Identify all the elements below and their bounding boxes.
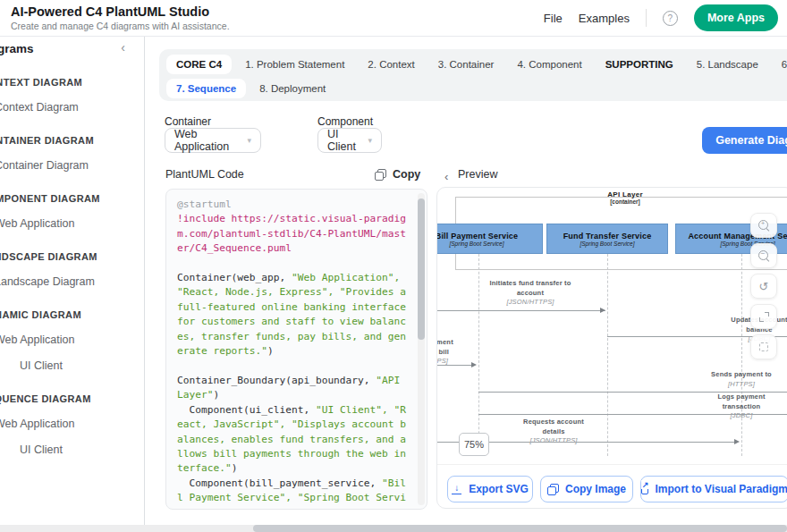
expand-button[interactable]: [750, 304, 777, 329]
lifeline: [607, 254, 608, 456]
code-scrollbar-thumb[interactable]: [418, 198, 425, 340]
header-menu: File Examples ? More Apps: [544, 0, 778, 36]
sidebar-section-dynamic: DYNAMIC DIAGRAM: [0, 309, 145, 320]
export-svg-label: Export SVG: [469, 483, 529, 495]
component-select[interactable]: UI Client ▾: [317, 128, 382, 153]
arrowhead-icon: [600, 308, 605, 313]
tab-component[interactable]: 4. Component: [507, 55, 591, 74]
zoom-level-badge: 75%: [459, 433, 489, 456]
plantuml-code-text: @startuml !include https://static.visual…: [177, 198, 406, 510]
message-line: [478, 414, 787, 415]
zoom-out-icon: −: [758, 250, 770, 262]
message-tech: [HTTPS]: [728, 380, 755, 388]
sidebar-item-sequence-ui-client[interactable]: UI Client: [0, 443, 145, 456]
sidebar-item-context-diagram[interactable]: Context Diagram: [0, 101, 145, 114]
copy-code-button[interactable]: Copy: [375, 168, 420, 181]
container-select[interactable]: Web Application ▾: [165, 128, 261, 153]
menu-file[interactable]: File: [544, 12, 563, 25]
reset-icon: ↺: [759, 280, 769, 293]
sidebar-item-sequence-webapp[interactable]: Web Application: [0, 418, 145, 430]
preview-card: API Layer [container] Bill Payment Servi…: [436, 187, 787, 509]
message-initiates-payment: Initiates payment request for bill [JSON…: [437, 338, 467, 367]
sidebar-item-landscape-diagram[interactable]: Landscape Diagram: [0, 275, 145, 288]
plantuml-code-editor[interactable]: @startuml !include https://static.visual…: [165, 189, 427, 510]
copy-icon: [375, 169, 385, 180]
sidebar-item-dynamic-webapp[interactable]: Web Application: [0, 334, 145, 346]
zoom-in-icon: +: [758, 220, 770, 232]
app-header: AI-Powered C4 PlantUML Studio Create and…: [0, 0, 787, 37]
generate-diagram-button[interactable]: Generate Diagram: [702, 127, 787, 154]
import-label: Import to Visual Paradigm: [656, 483, 787, 495]
message-line: [437, 310, 605, 311]
message-logs-payment-transaction: Logs payment transaction [JDBC]: [706, 393, 777, 421]
tab-problem-statement[interactable]: 1. Problem Statement: [235, 55, 354, 74]
arrowhead-icon: [734, 439, 740, 444]
copy-code-label: Copy: [393, 168, 420, 181]
message-label: Requests account details: [523, 418, 584, 435]
sequence-diagram-canvas[interactable]: API Layer [container] Bill Payment Servi…: [437, 188, 787, 465]
participant-tech: [Spring Boot Service]: [580, 241, 634, 247]
message-tech: [JSON/HTTPS]: [529, 436, 577, 444]
lifeline: [741, 254, 742, 456]
tab-sequence[interactable]: 7. Sequence: [166, 79, 246, 98]
message-sends-payment: Sends payment to [HTTPS]: [688, 370, 787, 389]
collapse-code-icon[interactable]: ‹: [444, 170, 448, 183]
message-line: [437, 365, 473, 366]
participant-fund-transfer-service: Fund Transfer Service [Spring Boot Servi…: [546, 224, 668, 254]
participant-name: Bill Payment Service: [437, 232, 518, 241]
sidebar-item-container-diagram[interactable]: Container Diagram: [0, 159, 145, 172]
app-title: AI-Powered C4 PlantUML Studio: [11, 4, 209, 19]
tab-deployment[interactable]: 8. Deployment: [250, 79, 335, 98]
sidebar-section-component: COMPONENT DIAGRAM: [0, 193, 145, 204]
code-panel-title: PlantUML Code: [165, 168, 244, 181]
tab-dynamic[interactable]: 6. Dynamic: [772, 55, 787, 74]
sidebar-section-context: CONTEXT DIAGRAM: [0, 77, 145, 88]
sidebar: ‹ Diagrams CONTEXT DIAGRAM Context Diagr…: [0, 37, 145, 525]
message-tech: [JSON/HTTPS]: [506, 298, 554, 306]
zoom-out-button[interactable]: −: [750, 243, 777, 268]
preview-panel-title: Preview: [458, 168, 497, 181]
tab-group-supporting: SUPPORTING: [596, 55, 683, 74]
sidebar-content: Diagrams CONTEXT DIAGRAM Context Diagram…: [0, 37, 145, 456]
tab-row-2: 7. Sequence 8. Deployment: [166, 78, 787, 99]
fit-view-button[interactable]: [750, 334, 777, 359]
import-to-visual-paradigm-button[interactable]: ↗ Import to Visual Paradigm: [640, 476, 787, 502]
message-tech: [JDBC]: [731, 411, 753, 419]
horizontal-scrollbar-track[interactable]: [0, 525, 787, 532]
chevron-down-icon: ▾: [247, 136, 251, 145]
fit-view-icon: [759, 342, 768, 351]
component-field-label: Component: [317, 115, 373, 128]
participant-tech: [Spring Boot Service]: [449, 241, 504, 247]
more-apps-button[interactable]: More Apps: [694, 4, 778, 31]
sidebar-section-container: CONTAINER DIAGRAM: [0, 135, 145, 146]
horizontal-scrollbar-thumb[interactable]: [253, 525, 787, 532]
tab-container[interactable]: 3. Container: [428, 55, 504, 74]
copy-image-button[interactable]: Copy Image: [540, 476, 633, 502]
main-content: CORE C4 1. Problem Statement 2. Context …: [146, 37, 787, 525]
sidebar-item-component-webapp[interactable]: Web Application: [0, 217, 145, 230]
component-select-value: UI Client: [327, 128, 360, 153]
chevron-down-icon: ▾: [368, 136, 372, 145]
download-icon: ↓: [452, 484, 461, 494]
help-icon[interactable]: ?: [663, 11, 678, 26]
message-tech: [JSON/HTTPS]: [437, 357, 448, 365]
export-svg-button[interactable]: ↓ Export SVG: [447, 476, 533, 502]
reset-view-button[interactable]: ↺: [750, 274, 777, 299]
boundary-label: API Layer [container]: [536, 190, 715, 205]
participant-bill-payment-service: Bill Payment Service [Spring Boot Servic…: [437, 224, 543, 254]
menu-examples[interactable]: Examples: [579, 12, 630, 25]
header-divider: [646, 9, 647, 27]
external-link-icon: ↗: [641, 485, 648, 494]
sidebar-item-dynamic-ui-client[interactable]: UI Client: [0, 359, 145, 372]
arrowhead-icon: [471, 362, 477, 367]
sidebar-collapse-icon[interactable]: ‹: [121, 40, 125, 55]
tab-context[interactable]: 2. Context: [358, 55, 424, 74]
sidebar-section-landscape: LANDSCAPE DIAGRAM: [0, 251, 145, 262]
copy-icon: [547, 484, 558, 494]
zoom-in-button[interactable]: +: [750, 213, 777, 238]
lifeline: [478, 254, 479, 456]
message-label: Sends payment to: [711, 370, 772, 378]
tab-row-1: CORE C4 1. Problem Statement 2. Context …: [166, 54, 787, 75]
tab-bar: CORE C4 1. Problem Statement 2. Context …: [159, 49, 787, 101]
tab-landscape[interactable]: 5. Landscape: [687, 55, 768, 74]
